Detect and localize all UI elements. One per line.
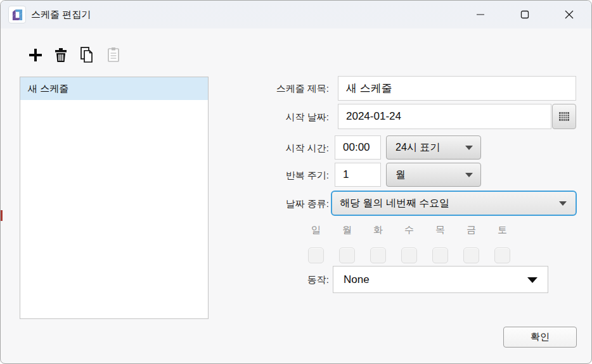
schedule-list-item[interactable]: 새 스케줄 <box>20 77 208 100</box>
weekday-label-fri: 금 <box>463 224 479 236</box>
weekday-checkbox-tue <box>370 248 386 263</box>
delete-schedule-button[interactable] <box>51 45 71 65</box>
paste-icon <box>104 46 123 65</box>
ok-button[interactable]: 확인 <box>503 327 577 348</box>
weekday-checkbox-mon <box>339 248 355 263</box>
minimize-icon <box>476 10 485 19</box>
time-format-dropdown[interactable]: 24시 표기 <box>386 135 481 160</box>
trash-icon <box>51 46 70 65</box>
copy-schedule-button[interactable] <box>77 45 97 65</box>
chevron-down-icon <box>527 277 537 283</box>
calendar-picker-button[interactable] <box>552 104 576 129</box>
copy-icon <box>77 46 96 65</box>
date-type-value: 해당 월의 네번째 수요일 <box>340 197 449 210</box>
close-button[interactable] <box>555 1 584 28</box>
maximize-button[interactable] <box>510 1 539 28</box>
repeat-unit-value: 월 <box>396 168 406 182</box>
weekday-labels: 일 월 화 수 목 금 토 <box>308 224 525 236</box>
chevron-down-icon <box>465 173 473 177</box>
start-time-label: 시작 시간: <box>229 142 329 154</box>
schedule-list: 새 스케줄 <box>20 77 209 319</box>
repeat-cycle-input[interactable] <box>335 163 381 187</box>
action-dropdown[interactable]: None <box>333 266 548 293</box>
background-app-sliver <box>1 210 3 221</box>
plus-icon <box>26 46 45 65</box>
start-time-input[interactable] <box>335 135 381 160</box>
action-value: None <box>344 273 370 286</box>
weekday-checkbox-thu <box>432 248 448 263</box>
weekday-checkbox-fri <box>463 248 479 263</box>
date-type-dropdown[interactable]: 해당 월의 네번째 수요일 <box>331 191 577 216</box>
weekday-label-thu: 목 <box>432 224 448 236</box>
start-date-label: 시작 날짜: <box>229 111 329 123</box>
maximize-icon <box>520 10 529 19</box>
weekday-label-sat: 토 <box>494 224 510 236</box>
chevron-down-icon <box>559 201 567 206</box>
title-bar: 스케줄 편집기 <box>1 1 591 28</box>
weekday-checkboxes <box>308 248 525 263</box>
add-schedule-button[interactable] <box>25 45 46 65</box>
date-type-label: 날짜 종류: <box>229 198 329 210</box>
paste-schedule-button <box>103 45 124 65</box>
close-icon <box>565 10 574 19</box>
repeat-cycle-label: 반복 주기: <box>229 169 329 182</box>
window-title: 스케줄 편집기 <box>31 1 91 28</box>
minimize-button[interactable] <box>466 1 495 28</box>
chevron-down-icon <box>465 146 473 150</box>
start-date-input[interactable] <box>338 104 551 129</box>
weekday-label-tue: 화 <box>370 224 386 236</box>
time-format-value: 24시 표기 <box>396 141 440 154</box>
weekday-checkbox-sat <box>494 248 510 263</box>
weekday-label-wed: 수 <box>401 224 417 236</box>
app-logo-icon <box>8 6 26 23</box>
schedule-editor-window: 스케줄 편집기 <box>0 0 592 364</box>
weekday-label-mon: 월 <box>339 224 355 236</box>
action-label: 동작: <box>229 273 329 286</box>
weekday-checkbox-wed <box>401 248 417 263</box>
schedule-title-label: 스케줄 제목: <box>229 82 329 95</box>
weekday-label-sun: 일 <box>308 224 324 236</box>
calendar-grid-icon <box>558 111 570 122</box>
weekday-checkbox-sun <box>308 248 324 263</box>
schedule-title-input[interactable] <box>338 76 576 101</box>
repeat-unit-dropdown[interactable]: 월 <box>386 163 481 187</box>
